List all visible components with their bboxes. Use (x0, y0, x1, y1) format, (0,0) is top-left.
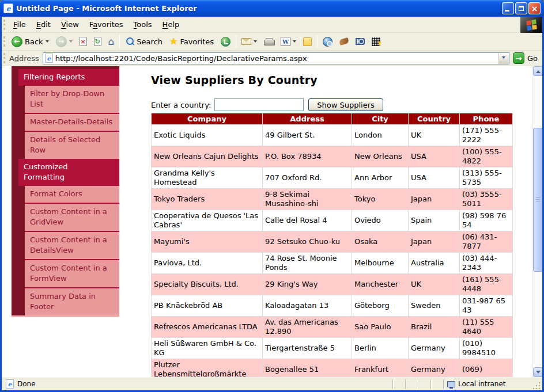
windows-logo-icon (520, 17, 542, 33)
sidebar-item-custom-content-in-a-formview[interactable]: Custom Content in a FormView (25, 259, 119, 287)
clipper-button[interactable] (336, 34, 352, 49)
sidebar-item-custom-content-in-a-detailsview[interactable]: Custom Content in a DetailsView (25, 231, 119, 259)
cell-phone: (161) 555-4448 (460, 274, 513, 295)
menu-favorites[interactable]: Favorites (84, 17, 129, 33)
refresh-icon: ↻ (94, 37, 101, 46)
forward-dropdown-icon (69, 40, 73, 44)
scroll-up-button[interactable] (533, 66, 542, 76)
search-button[interactable]: Search (122, 34, 166, 49)
resize-grip[interactable] (533, 382, 541, 390)
edit-dropdown-icon (293, 40, 296, 44)
cell-address: Calle del Rosal 4 (263, 210, 352, 231)
country-filter-label: Enter a country: (151, 101, 211, 109)
cell-phone: (171) 555-2222 (460, 125, 513, 146)
menu-bar: FileEditViewFavoritesToolsHelp (2, 17, 542, 33)
address-input[interactable]: e http://localhost:2201/Code/BasicReport… (43, 52, 509, 64)
maximize-icon (519, 6, 524, 11)
cell-phone: 031-987 65 43 (460, 295, 513, 317)
cell-city: New Orleans (352, 146, 409, 168)
go-icon: → (513, 52, 524, 64)
cell-country: Japan (409, 231, 460, 253)
status-pane (418, 379, 430, 389)
cell-address: 707 Oxford Rd. (263, 168, 352, 189)
country-input[interactable] (214, 98, 304, 111)
cell-city: Manchester (352, 274, 409, 295)
table-body: Exotic Liquids49 Gilbert St.LondonUK(171… (152, 125, 513, 378)
menu-view[interactable]: View (56, 17, 84, 33)
sidebar-section-filtering-reports[interactable]: Filtering Reports (18, 69, 119, 86)
stop-icon: × (80, 37, 87, 46)
local-intranet-icon (447, 381, 455, 387)
column-header-city: City (352, 113, 409, 125)
show-suppliers-button[interactable]: Show Suppliers (308, 98, 383, 111)
minimize-icon (505, 10, 509, 12)
minimize-button[interactable] (502, 2, 514, 14)
cell-country: Australia (409, 253, 460, 274)
sidebar-item-details-of-selected-row[interactable]: Details of Selected Row (25, 131, 119, 159)
address-dropdown-button[interactable] (498, 53, 509, 64)
close-button[interactable]: × (528, 2, 541, 14)
refresh-button[interactable]: ↻ (90, 34, 105, 49)
cell-address: P.O. Box 78934 (263, 146, 352, 168)
sidebar-item-custom-content-in-a-gridview[interactable]: Custom Content in a GridView (25, 203, 119, 231)
address-label: Address (8, 54, 43, 63)
home-button[interactable]: ⌂ (105, 34, 118, 49)
cell-country: UK (409, 274, 460, 295)
print-button[interactable] (260, 34, 277, 49)
column-header-country: Country (409, 113, 460, 125)
zone-label: Local intranet (458, 380, 506, 388)
cell-company: Plutzer Lebensmittelgroßmärkte (152, 359, 263, 378)
edit-with-word-button[interactable]: W (277, 34, 300, 49)
cell-phone: (069) (460, 359, 513, 378)
suppliers-table: CompanyAddressCityCountryPhone Exotic Li… (151, 113, 513, 377)
cell-address: 9-8 Sekimai Musashino-shi (263, 189, 352, 210)
scrollbar-thumb[interactable] (533, 128, 542, 272)
menu-help[interactable]: Help (157, 17, 185, 33)
back-button[interactable]: ← Back (8, 34, 52, 49)
table-row: Pavlova, Ltd.74 Rose St. Moonie PondsMel… (152, 253, 513, 274)
favorites-button[interactable]: ★ Favorites (166, 34, 217, 49)
home-icon: ⌂ (108, 37, 115, 47)
forward-button[interactable]: → (52, 34, 76, 49)
maximize-button[interactable] (515, 2, 527, 14)
mail-button[interactable] (238, 34, 260, 49)
cell-country: Germany (409, 338, 460, 359)
address-bar-grip[interactable] (3, 53, 5, 63)
toolbar-separator (317, 35, 318, 48)
back-icon: ← (12, 36, 22, 47)
sidebar-item-format-colors[interactable]: Format Colors (25, 186, 119, 203)
ie-logo-icon: e (3, 3, 13, 13)
vertical-scrollbar[interactable] (532, 66, 542, 377)
menu-bar-grip[interactable] (3, 20, 5, 30)
menu-tools[interactable]: Tools (129, 17, 157, 33)
title-bar: e Untitled Page - Microsoft Internet Exp… (0, 0, 544, 17)
sidebar-item-filter-by-drop-down-list[interactable]: Filter by Drop-Down List (25, 86, 119, 113)
go-label: Go (527, 54, 538, 63)
stop-button[interactable]: × (76, 34, 90, 49)
messenger-note-icon (303, 37, 312, 46)
go-button[interactable]: → Go (509, 52, 542, 64)
component-grid-button[interactable] (368, 34, 384, 49)
menu-edit[interactable]: Edit (31, 17, 56, 33)
cell-address: Kaloadagatan 13 (263, 295, 352, 317)
cell-city: Berlin (352, 338, 409, 359)
table-row: Exotic Liquids49 Gilbert St.LondonUK(171… (152, 125, 513, 146)
web-research-button[interactable] (319, 34, 336, 49)
address-bar: Address e http://localhost:2201/Code/Bas… (2, 51, 542, 66)
messenger-button[interactable] (300, 34, 315, 49)
cell-company: New Orleans Cajun Delights (152, 146, 263, 168)
table-row: Specialty Biscuits, Ltd.29 King's WayMan… (152, 274, 513, 295)
menu-file[interactable]: File (8, 17, 31, 33)
cell-city: London (352, 125, 409, 146)
sidebar-section-customized-formatting[interactable]: Customized Formatting (18, 159, 119, 186)
scroll-down-button[interactable] (533, 367, 542, 377)
sidebar-item-summary-data-in-footer[interactable]: Summary Data in Footer (25, 287, 119, 315)
library-search-button[interactable] (352, 34, 368, 49)
cell-company: PB Knäckebröd AB (152, 295, 263, 317)
sidebar-nav: Filtering ReportsFilter by Drop-Down Lis… (12, 66, 119, 317)
sidebar-item-master-details-details[interactable]: Master-Details-Details (25, 113, 119, 131)
history-button[interactable] (217, 34, 234, 49)
status-page-icon: e (6, 379, 14, 389)
cell-country: USA (409, 168, 460, 189)
toolbar-grip[interactable] (3, 36, 5, 47)
